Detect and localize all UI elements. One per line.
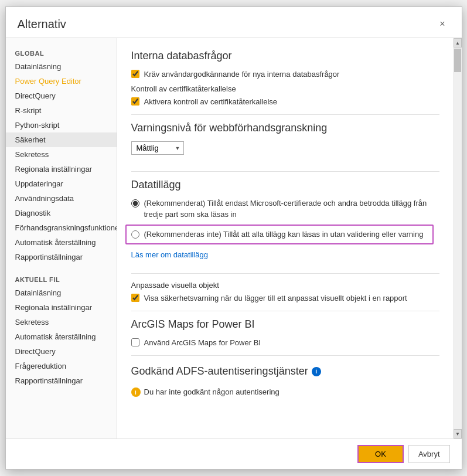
radio-recommended-label: (Rekommenderat) Tillåt endast Microsoft-… bbox=[144, 198, 439, 219]
sidebar-item-directquery-current[interactable]: DirectQuery bbox=[6, 344, 117, 359]
checkbox-row-anpassade: Visa säkerhetsvarning när du lägger till… bbox=[131, 293, 439, 304]
datatillagg-section-title: Datatillägg bbox=[131, 179, 439, 191]
arcgis-section: ArcGIS Maps for Power BI Använd ArcGIS M… bbox=[131, 318, 439, 348]
dialog-footer: OK Avbryt bbox=[6, 438, 462, 469]
krav-label: Kräv användargodkännande för nya interna… bbox=[144, 69, 340, 80]
scrollbar-track: ▲ ▼ bbox=[454, 38, 462, 438]
adfs-section-title: Godkänd ADFS-autentiseringstjänster i bbox=[131, 365, 321, 378]
sidebar-item-directquery-global[interactable]: DirectQuery bbox=[6, 89, 117, 103]
certifikat-label: Aktivera kontroll av certifikatåterkalle… bbox=[144, 97, 278, 107]
arcgis-section-title: ArcGIS Maps for Power BI bbox=[131, 318, 439, 331]
adfs-section: Godkänd ADFS-autentiseringstjänster i i … bbox=[131, 363, 439, 397]
dropdown-wrapper: Låg Måttlig Hög bbox=[131, 141, 184, 155]
sidebar-item-python-skript[interactable]: Python-skript bbox=[6, 118, 117, 132]
sidebar-item-r-skript[interactable]: R-skript bbox=[6, 103, 117, 118]
sidebar-item-sakerhet[interactable]: Säkerhet bbox=[6, 132, 117, 147]
datatillagg-section: Datatillägg (Rekommenderat) Tillåt endas… bbox=[131, 179, 439, 266]
las-mer-link[interactable]: Läs mer om datatillägg bbox=[131, 250, 209, 259]
adfs-warning-icon: i bbox=[131, 387, 141, 397]
arcgis-checkbox[interactable] bbox=[131, 338, 139, 346]
sidebar-item-automatisk-global[interactable]: Automatisk återställning bbox=[6, 235, 117, 250]
radio-row-1: (Rekommenderat) Tillåt endast Microsoft-… bbox=[131, 198, 439, 219]
sidebar-item-uppdateringar[interactable]: Uppdateringar bbox=[6, 176, 117, 191]
interna-section-title: Interna databasfrågor bbox=[131, 50, 439, 62]
cancel-button[interactable]: Avbryt bbox=[408, 445, 450, 463]
sidebar-item-diagnostik[interactable]: Diagnostik bbox=[6, 206, 117, 220]
anpassade-label: Visa säkerhetsvarning när du lägger till… bbox=[144, 293, 407, 304]
varningsniva-section-title: Varningsnivå för webbförhandsgranskning bbox=[131, 122, 439, 134]
arcgis-label: Använd ArcGIS Maps for Power BI bbox=[144, 338, 261, 348]
main-content: Interna databasfrågor Kräv användargodkä… bbox=[117, 38, 454, 438]
divider-3 bbox=[131, 273, 439, 274]
krav-checkbox[interactable] bbox=[131, 70, 139, 78]
mattlig-dropdown[interactable]: Låg Måttlig Hög bbox=[131, 141, 184, 155]
sidebar-item-forhandsgranskning[interactable]: Förhandsgranskningsfunktioner bbox=[6, 220, 117, 235]
alternativ-dialog: Alternativ × GLOBAL Datainläsning Power … bbox=[5, 6, 462, 470]
radio-not-recommended[interactable] bbox=[131, 230, 139, 239]
sidebar-item-anvandningsdata[interactable]: Användningsdata bbox=[6, 191, 117, 206]
content-scroll-area: Interna databasfrågor Kräv användargodkä… bbox=[117, 38, 462, 438]
sidebar-item-datainlasning-global[interactable]: Datainläsning bbox=[6, 59, 117, 74]
sidebar-item-regionala-global[interactable]: Regionala inställningar bbox=[6, 162, 117, 176]
sidebar-item-sekretess-current[interactable]: Sekretess bbox=[6, 315, 117, 329]
divider-1 bbox=[131, 114, 439, 115]
sidebar-item-rapportinstallningar-global[interactable]: Rapportinställningar bbox=[6, 250, 117, 264]
radio-recommended[interactable] bbox=[131, 199, 139, 208]
divider-5 bbox=[131, 355, 439, 356]
scrollbar-up-button[interactable]: ▲ bbox=[454, 38, 462, 47]
checkbox-row-1: Kräv användargodkännande för nya interna… bbox=[131, 69, 439, 80]
sidebar-item-regionala-current[interactable]: Regionala inställningar bbox=[6, 300, 117, 315]
scrollbar-thumb[interactable] bbox=[454, 49, 461, 72]
sidebar-item-automatisk-current[interactable]: Automatisk återställning bbox=[6, 329, 117, 344]
sidebar-item-sekretess[interactable]: Sekretess bbox=[6, 147, 117, 162]
adfs-info-icon[interactable]: i bbox=[312, 367, 321, 376]
radio-not-recommended-label: (Rekommenderas inte) Tillåt att alla til… bbox=[144, 229, 424, 240]
certifikat-subsection-label: Kontroll av certifikatåterkallelse bbox=[131, 84, 236, 93]
sidebar-item-power-query-editor[interactable]: Power Query Editor bbox=[6, 74, 117, 89]
divider-4 bbox=[131, 311, 439, 311]
anpassade-checkbox[interactable] bbox=[131, 294, 139, 302]
anpassade-section-title: Anpassade visuella objekt bbox=[131, 281, 439, 290]
close-button[interactable]: × bbox=[435, 16, 449, 32]
checkbox-row-arcgis: Använd ArcGIS Maps for Power BI bbox=[131, 338, 439, 348]
certifikat-checkbox[interactable] bbox=[131, 97, 139, 106]
radio-row-2-highlighted: (Rekommenderas inte) Tillåt att alla til… bbox=[125, 225, 434, 244]
sidebar-item-rapportinstallningar-current[interactable]: Rapportinställningar bbox=[6, 373, 117, 388]
varningsniva-section: Varningsnivå för webbförhandsgranskning … bbox=[131, 122, 439, 164]
current-file-section-header: AKTUELL FIL bbox=[6, 270, 117, 285]
scrollbar-down-button[interactable]: ▼ bbox=[454, 429, 462, 438]
ok-button[interactable]: OK bbox=[357, 445, 404, 463]
checkbox-row-2: Aktivera kontroll av certifikatåterkalle… bbox=[131, 97, 439, 107]
dialog-body: GLOBAL Datainläsning Power Query Editor … bbox=[6, 38, 462, 438]
divider-2 bbox=[131, 171, 439, 172]
sidebar-item-datainlasning-current[interactable]: Datainläsning bbox=[6, 285, 117, 300]
interna-databasframgor-section: Interna databasfrågor Kräv användargodkä… bbox=[131, 50, 439, 107]
adfs-info-row: i Du har inte godkänt någon autentiserin… bbox=[131, 387, 439, 397]
sidebar-item-fragereduktion[interactable]: Frågereduktion bbox=[6, 359, 117, 373]
adfs-info-text: Du har inte godkänt någon autentisering bbox=[144, 387, 279, 397]
sidebar: GLOBAL Datainläsning Power Query Editor … bbox=[6, 38, 117, 438]
dialog-header: Alternativ × bbox=[6, 7, 462, 38]
global-section-header: GLOBAL bbox=[6, 44, 117, 59]
dialog-title: Alternativ bbox=[18, 18, 66, 31]
anpassade-section: Anpassade visuella objekt Visa säkerhets… bbox=[131, 281, 439, 304]
